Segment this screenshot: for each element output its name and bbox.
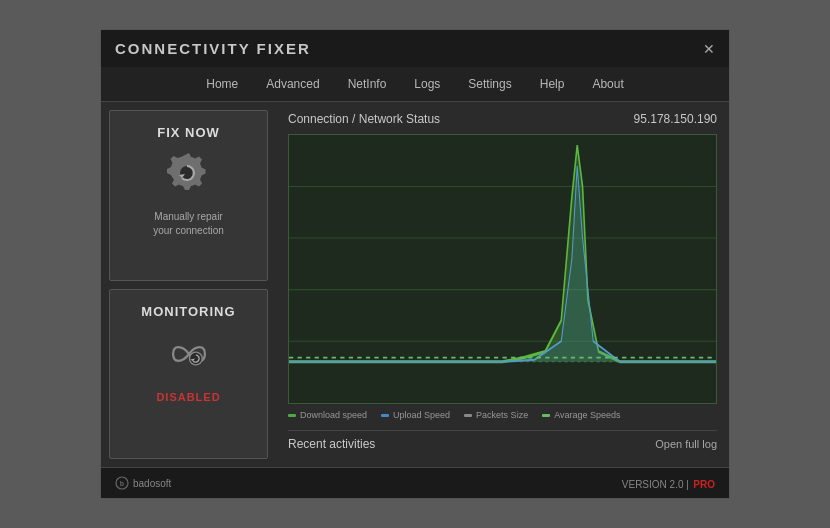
legend-average-dot [542,414,550,417]
app-title: CONNECTIVITY FIXER [115,40,311,57]
nav-advanced[interactable]: Advanced [252,67,333,101]
fix-now-desc-line1: Manually repair [154,210,222,224]
recent-activities-bar: Recent activities Open full log [288,430,717,457]
gear-refresh-icon [164,150,214,200]
svg-point-2 [189,352,202,365]
monitoring-card[interactable]: MONITORING DISABLED [109,289,268,460]
recent-activities-title: Recent activities [288,437,375,451]
legend-packets-dot [464,414,472,417]
svg-text:b: b [120,480,124,487]
monitoring-status: DISABLED [156,391,220,403]
pro-badge: PRO [693,479,715,490]
nav-help[interactable]: Help [526,67,579,101]
legend-download: Download speed [288,410,367,420]
connection-status-title: Connection / Network Status [288,112,440,126]
main-window: CONNECTIVITY FIXER ✕ Home Advanced NetIn… [100,29,730,499]
legend-average-label: Avarage Speeds [554,410,620,420]
close-button[interactable]: ✕ [703,42,715,56]
footer-logo-area: b badosoft [115,476,171,490]
fix-now-card[interactable]: FIX NOW Manually repair your connection [109,110,268,281]
monitoring-title: MONITORING [141,304,235,319]
legend-upload-dot [381,414,389,417]
footer: b badosoft VERSION 2.0 | PRO [101,467,729,498]
footer-logo-text: badosoft [133,478,171,489]
nav-netinfo[interactable]: NetInfo [334,67,401,101]
legend-packets-label: Packets Size [476,410,528,420]
footer-version-area: VERSION 2.0 | PRO [622,474,715,492]
network-chart [288,134,717,404]
fix-now-title: FIX NOW [157,125,220,140]
legend-upload: Upload Speed [381,410,450,420]
nav-settings[interactable]: Settings [454,67,525,101]
left-panel: FIX NOW Manually repair your connection … [101,102,276,467]
title-bar: CONNECTIVITY FIXER ✕ [101,30,729,67]
nav-logs[interactable]: Logs [400,67,454,101]
fix-now-desc-line2: your connection [153,224,224,238]
legend-upload-label: Upload Speed [393,410,450,420]
open-full-log-link[interactable]: Open full log [655,438,717,450]
legend-download-dot [288,414,296,417]
nav-about[interactable]: About [578,67,637,101]
nav-bar: Home Advanced NetInfo Logs Settings Help… [101,67,729,102]
legend-average: Avarage Speeds [542,410,620,420]
legend-download-label: Download speed [300,410,367,420]
right-panel: Connection / Network Status 95.178.150.1… [276,102,729,467]
version-text: VERSION 2.0 | [622,479,689,490]
ip-address: 95.178.150.190 [634,112,717,126]
nav-home[interactable]: Home [192,67,252,101]
chart-legend: Download speed Upload Speed Packets Size… [288,410,717,420]
main-content: FIX NOW Manually repair your connection … [101,102,729,467]
badosoft-logo-icon: b [115,476,129,490]
monitoring-icon [164,329,214,379]
legend-packets: Packets Size [464,410,528,420]
status-header: Connection / Network Status 95.178.150.1… [288,112,717,126]
